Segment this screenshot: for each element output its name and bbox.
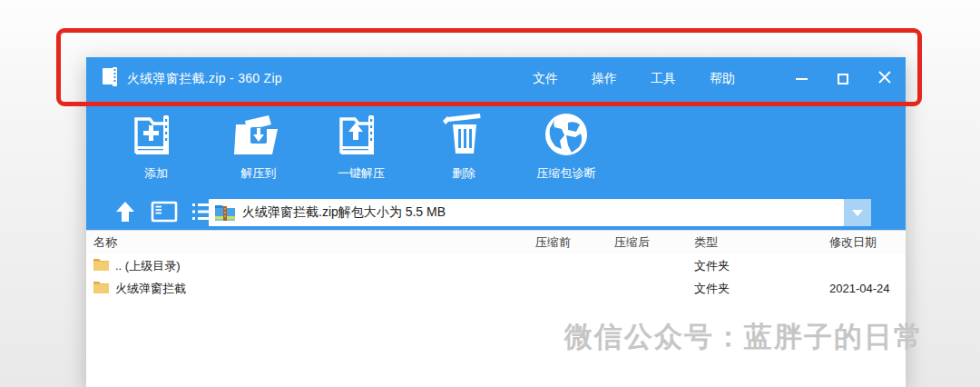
list-header-row: 名称 压缩前 压缩后 类型 修改日期	[86, 231, 906, 254]
menu-tools[interactable]: 工具	[651, 71, 676, 87]
menu-action[interactable]: 操作	[592, 71, 617, 87]
file-name: .. (上级目录)	[115, 258, 181, 274]
address-bar: 火绒弹窗拦截.zip解包大小为 5.5 MB	[209, 199, 871, 226]
maximize-button[interactable]	[822, 57, 864, 100]
address-text: 火绒弹窗拦截.zip解包大小为 5.5 MB	[242, 204, 446, 221]
extract-to-button[interactable]: 解压到	[215, 109, 302, 182]
tool-label: 解压到	[241, 165, 277, 182]
archive-diagnose-button[interactable]: 压缩包诊断	[523, 109, 610, 182]
screenshot-stage: 微信公众号：蓝胖子的日常 火绒弹窗拦截.zip - 360 Zip	[0, 0, 980, 387]
delete-trash-icon	[440, 109, 487, 160]
add-button[interactable]: 添加	[113, 109, 200, 182]
toolbar: 添加 解压到	[86, 100, 906, 232]
folder-icon	[93, 258, 109, 273]
date-modified: 2021-04-24	[829, 282, 906, 295]
table-row-parent-dir[interactable]: .. (上级目录) 文件夹	[86, 254, 906, 277]
chevron-down-icon	[852, 210, 863, 216]
navigation-bar: 火绒弹窗拦截.zip解包大小为 5.5 MB	[86, 195, 906, 232]
zip-document-icon	[102, 67, 119, 90]
one-click-extract-button[interactable]: 一键解压	[318, 109, 405, 182]
archive-diagnose-globe-icon	[544, 109, 589, 160]
tool-label: 压缩包诊断	[537, 165, 596, 182]
window-controls	[780, 57, 906, 100]
file-type: 文件夹	[694, 281, 829, 297]
panel-view-icon[interactable]	[151, 201, 178, 226]
address-field[interactable]: 火绒弹窗拦截.zip解包大小为 5.5 MB	[209, 199, 844, 226]
watermark-text: 微信公众号：蓝胖子的日常	[564, 318, 924, 356]
add-archive-icon	[132, 109, 181, 160]
close-button[interactable]	[864, 57, 906, 100]
table-row-folder[interactable]: 火绒弹窗拦截 文件夹 2021-04-24	[86, 277, 906, 300]
maximize-icon	[838, 74, 848, 84]
column-header-size-before[interactable]: 压缩前	[535, 234, 614, 251]
column-header-size-after[interactable]: 压缩后	[614, 234, 694, 251]
file-type: 文件夹	[694, 258, 829, 274]
tool-label: 添加	[144, 165, 168, 182]
minimize-icon	[796, 78, 808, 80]
titlebar-left: 火绒弹窗拦截.zip - 360 Zip	[86, 67, 282, 90]
tool-label: 一键解压	[338, 165, 385, 182]
zip-folder-icon	[214, 202, 236, 224]
nav-icons	[86, 200, 217, 227]
tool-label: 删除	[452, 165, 475, 182]
minimize-button[interactable]	[780, 57, 822, 100]
toolbar-buttons: 添加 解压到	[86, 100, 906, 182]
menubar: 文件 操作 工具 帮助	[533, 57, 735, 100]
file-name: 火绒弹窗拦截	[115, 281, 186, 297]
folder-icon	[93, 281, 109, 296]
up-arrow-icon[interactable]	[113, 200, 137, 227]
address-dropdown-button[interactable]	[844, 199, 871, 226]
titlebar[interactable]: 火绒弹窗拦截.zip - 360 Zip 文件 操作 工具 帮助	[86, 57, 906, 100]
column-header-date-modified[interactable]: 修改日期	[829, 234, 906, 251]
window-title: 火绒弹窗拦截.zip - 360 Zip	[127, 71, 282, 87]
menu-file[interactable]: 文件	[533, 71, 558, 87]
menu-help[interactable]: 帮助	[710, 71, 735, 87]
delete-button[interactable]: 删除	[420, 109, 507, 182]
column-header-name[interactable]: 名称	[86, 234, 535, 251]
extract-to-icon	[232, 109, 285, 160]
file-list: 名称 压缩前 压缩后 类型 修改日期 .. (上级目录)	[86, 230, 906, 387]
one-click-extract-icon	[337, 109, 386, 160]
column-header-type[interactable]: 类型	[694, 234, 829, 251]
close-icon	[878, 71, 891, 87]
